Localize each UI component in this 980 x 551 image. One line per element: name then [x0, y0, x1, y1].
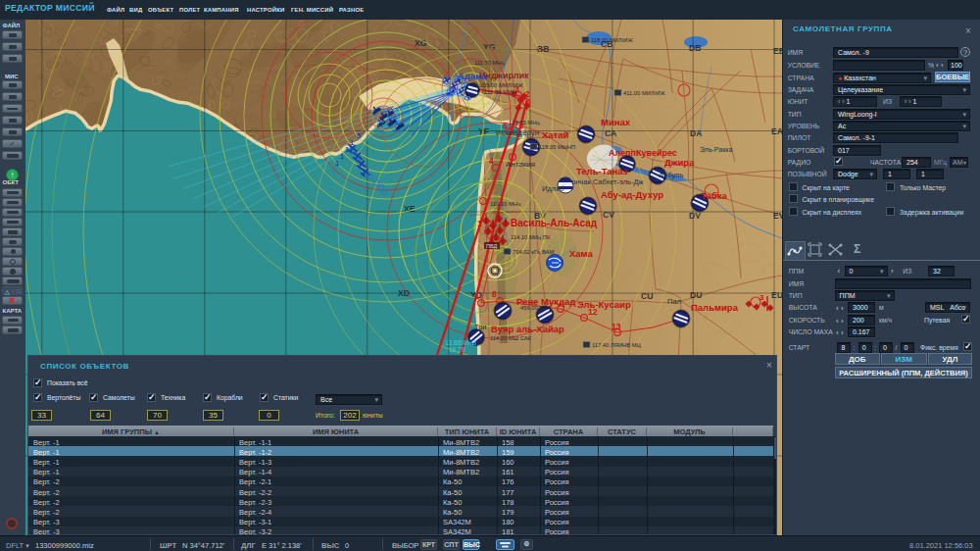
svg-text:Три: Три	[474, 323, 487, 331]
svg-text:EU: EU	[771, 290, 782, 300]
svg-text:Тель-Таназ: Тель-Таназ	[576, 166, 628, 176]
svg-text:ЕВ: ЕВ	[773, 46, 782, 56]
svg-text:111.70 МНц: 111.70 МНц	[474, 60, 505, 66]
svg-text:EV: EV	[773, 211, 782, 221]
svg-text:13: 13	[612, 322, 621, 331]
svg-text:YG: YG	[483, 42, 496, 52]
svg-text:118.05 МЫНП: 118.05 МЫНП	[539, 144, 575, 150]
svg-text:Аббуль: Аббуль	[659, 171, 683, 179]
svg-text:1: 1	[345, 146, 349, 153]
svg-text:Вуяр аль-Хайар: Вуяр аль-Хайар	[491, 324, 564, 334]
svg-text:411.00 МИЛ/ИЖ: 411.00 МИЛ/ИЖ	[623, 90, 665, 96]
svg-text:DB: DB	[689, 43, 701, 53]
svg-text:1: 1	[335, 160, 339, 167]
svg-text:117.40 ЛЯИНВ МЦ: 117.40 ЛЯИНВ МЦ	[592, 342, 642, 348]
svg-text:Эль-Ракка: Эль-Ракка	[700, 146, 732, 153]
svg-text:Абу-ад-Духур: Абу-ад-Духур	[601, 189, 663, 200]
svg-text:3: 3	[760, 293, 764, 302]
svg-text:5: 5	[357, 132, 361, 139]
svg-text:Джира: Джира	[664, 157, 695, 168]
svg-text:DV: DV	[689, 211, 701, 221]
svg-text:13.ВВ/ИнВ: 13.ВВ/ИнВ	[445, 339, 476, 346]
svg-text:704.02 кГц ВАМ: 704.02 кГц ВАМ	[513, 249, 554, 255]
svg-text:8: 8	[492, 289, 497, 299]
svg-text:Табка: Табка	[701, 190, 727, 201]
svg-text:Хатай: Хатай	[542, 129, 569, 140]
svg-text:Пал: Пал	[667, 297, 681, 306]
svg-text:1: 1	[350, 139, 354, 146]
svg-text:Пальмира: Пальмира	[691, 302, 739, 313]
svg-text:Минах: Минах	[601, 117, 631, 127]
svg-text:Адана: Адана	[458, 71, 487, 81]
svg-text:CU: CU	[641, 291, 653, 301]
svg-text:DA: DA	[690, 128, 702, 138]
svg-text:DU: DU	[690, 290, 702, 300]
svg-text:111.38 МИН: 111.38 МИН	[484, 89, 516, 95]
svg-text:Василь-Аль-Асад: Василь-Аль-Асад	[511, 218, 598, 228]
svg-text:18.79': 18.79'	[449, 346, 466, 353]
svg-text:CV: CV	[603, 210, 614, 220]
svg-text:Инджирлик: Инджирлик	[479, 71, 529, 80]
svg-text:1: 1	[477, 219, 482, 228]
svg-text:Эль-Кусаир: Эль-Кусаир	[577, 299, 631, 310]
svg-text:108.15 МНц: 108.15 МНц	[509, 120, 540, 125]
svg-text:Хама: Хама	[569, 248, 594, 259]
svg-text:456.00 kHz: 456.00 kHz	[520, 305, 549, 311]
svg-text:1: 1	[474, 291, 479, 301]
svg-text:Антакия: Антакия	[506, 160, 535, 169]
svg-text:ончак Сабхет-эль-Дж: ончак Сабхет-эль-Дж	[571, 177, 644, 186]
svg-text:Искендерун: Искендерун	[496, 128, 539, 137]
svg-text:ЕА: ЕА	[771, 126, 782, 136]
svg-text:Идлиб: Идлиб	[542, 184, 564, 193]
svg-text:118.00 МИЛ/ИЖ: 118.00 МИЛ/ИЖ	[591, 37, 633, 43]
svg-text:1: 1	[340, 153, 344, 160]
svg-text:114.20 МШ САК: 114.20 МШ САК	[490, 335, 532, 341]
svg-text:4: 4	[489, 156, 494, 166]
svg-text:109.00 МИЛ/ИЖ: 109.00 МИЛ/ИЖ	[479, 82, 523, 88]
svg-text:110.30 МНц: 110.30 МНц	[490, 201, 521, 207]
svg-text:ПВД: ПВД	[486, 243, 498, 249]
svg-text:114.10 МИц ПК: 114.10 МИц ПК	[511, 234, 551, 240]
